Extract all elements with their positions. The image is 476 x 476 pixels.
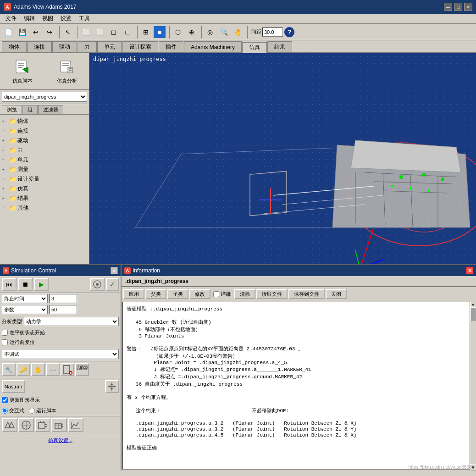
nastran-btn[interactable]: Nastran — [2, 380, 25, 393]
menu-file[interactable]: 文件 — [2, 14, 20, 23]
tree-item-connect[interactable]: + 📁 连接 — [2, 126, 87, 136]
tree-item-designvar[interactable]: + 📁 设计变量 — [2, 174, 87, 184]
sim-settings-link[interactable]: 仿真设置... — [0, 435, 121, 446]
tab-force[interactable]: 力 — [77, 41, 97, 52]
tb-btn3[interactable]: ◻ — [107, 26, 120, 39]
menu-settings[interactable]: 设置 — [57, 14, 75, 23]
info-save-btn[interactable]: 保存到文件 — [288, 289, 325, 299]
info-close-action-btn[interactable]: 关闭 — [326, 289, 347, 299]
sim-bottom-icon1[interactable] — [2, 418, 17, 432]
info-modify-btn[interactable]: 修改 — [189, 289, 210, 299]
model-select[interactable]: dipan_jingzhi_progress — [2, 92, 87, 102]
tb-select-btn[interactable]: ↖ — [61, 26, 74, 39]
maximize-btn[interactable]: □ — [454, 3, 462, 11]
tb-zoom-btn[interactable]: 🔍 — [217, 26, 230, 39]
tb-new-btn[interactable]: 📄 — [2, 26, 15, 39]
tb-save-btn[interactable]: 💾 — [16, 26, 28, 39]
pre-reset-check-input[interactable] — [2, 339, 8, 345]
tree-item-unit[interactable]: + 📁 单元 — [2, 155, 87, 165]
sub-tab-browse[interactable]: 浏览 — [2, 105, 22, 114]
steps-input[interactable] — [50, 305, 77, 314]
info-content-area[interactable]: 验证模型 :.dipan_jingzhi_progress 45 Grueble… — [122, 302, 475, 470]
sim-confirm-btn[interactable]: ✓ — [106, 278, 119, 291]
update-graphics-input[interactable] — [2, 397, 8, 403]
sim-stop-btn[interactable]: ⏹ — [18, 278, 33, 291]
debug-select[interactable]: 不调试 — [2, 349, 119, 359]
tab-unit[interactable]: 单元 — [97, 41, 122, 52]
sim-bottom-icon2[interactable] — [18, 418, 34, 432]
tree-item-measure[interactable]: + 📁 测量 — [2, 165, 87, 174]
tree-item-drive[interactable]: + 📁 驱动 — [2, 136, 87, 145]
3d-viewport[interactable]: dipan_jingzhi_progress — [89, 53, 476, 264]
steps-type-select[interactable]: 步数 — [2, 305, 48, 314]
detail-check-input[interactable] — [213, 291, 219, 297]
tree-item-results[interactable]: + 📁 结果 — [2, 194, 87, 203]
window-controls[interactable]: — □ ✕ — [444, 3, 472, 11]
menu-view[interactable]: 视图 — [39, 14, 57, 23]
info-scrollbar[interactable]: ▲ ▼ — [470, 301, 476, 470]
sim-bottom-icon5[interactable] — [68, 418, 83, 432]
sub-tab-group[interactable]: 组 — [22, 105, 38, 114]
mode-script-radio[interactable] — [29, 408, 35, 414]
tb-circle-btn[interactable]: ◎ — [204, 26, 216, 39]
tb-btn4[interactable]: ⊏ — [121, 26, 134, 39]
tb-redo-btn[interactable]: ↪ — [43, 26, 56, 39]
tree-item-sim[interactable]: + 📁 仿真 — [2, 184, 87, 194]
sim-tool-p-btn[interactable]: P — [61, 363, 74, 376]
tree-item-other[interactable]: + 📁 其他 — [2, 203, 87, 213]
info-clear-btn[interactable]: 清除 — [234, 289, 255, 299]
tb-group-btn[interactable]: ⊞ — [139, 26, 152, 39]
sim-bottom-icon4[interactable] — [51, 418, 67, 432]
sim-tool-key-btn[interactable]: 🔑 — [17, 363, 30, 376]
tb-help-btn[interactable]: ? — [284, 27, 295, 38]
analysis-type-select[interactable]: 动力学 静力学 运动学 — [24, 317, 119, 326]
tb-hand-btn[interactable]: 🤚 — [231, 26, 244, 39]
sim-tool-hand-btn[interactable]: ✋ — [31, 363, 45, 376]
sub-tab-filter[interactable]: 过滤器 — [38, 105, 63, 114]
close-btn[interactable]: ✕ — [464, 3, 472, 11]
info-parent-btn[interactable]: 父类 — [145, 289, 166, 299]
sim-tool-abcd-btn[interactable]: AB CD — [75, 363, 89, 376]
distance-input[interactable] — [262, 28, 283, 37]
tab-machinery[interactable]: Adams Machinery — [184, 41, 242, 52]
scrollbar-thumb[interactable] — [470, 307, 476, 321]
sim-analysis-icon[interactable]: 仿真分析 — [44, 53, 89, 89]
minimize-btn[interactable]: — — [444, 3, 452, 11]
sim-bottom-icon3[interactable] — [35, 418, 50, 432]
tb-btn1[interactable]: ⬜ — [80, 26, 93, 39]
scrollbar-up-btn[interactable]: ▲ — [470, 301, 476, 307]
tab-simulation[interactable]: 仿真 — [242, 42, 267, 53]
end-time-input[interactable] — [50, 294, 77, 303]
tb-undo-btn[interactable]: ↩ — [29, 26, 42, 39]
model-selector[interactable]: dipan_jingzhi_progress — [0, 90, 89, 104]
end-time-type-select[interactable]: 终止时间 — [2, 294, 48, 303]
tree-item-objects[interactable]: + 📁 物体 — [2, 116, 87, 126]
sim-rewind-btn[interactable]: ⏮ — [2, 278, 17, 291]
sim-play-btn[interactable]: ▶ — [34, 278, 49, 291]
menu-edit[interactable]: 编辑 — [20, 14, 39, 23]
tab-results[interactable]: 结果 — [267, 41, 292, 52]
sim-tool-dots-btn[interactable]: ⋯ — [46, 363, 60, 376]
tb-btn2[interactable]: ⬜ — [94, 26, 106, 39]
tab-connect[interactable]: 连接 — [27, 41, 52, 52]
equilibrium-check-input[interactable] — [2, 330, 8, 336]
tb-wire-btn[interactable]: ⬡ — [172, 26, 184, 39]
tab-objects[interactable]: 物体 — [2, 41, 27, 52]
sim-script-icon[interactable]: 仿真脚本 — [0, 53, 44, 89]
info-child-btn[interactable]: 子类 — [167, 289, 188, 299]
tb-blue-btn[interactable]: ■ — [153, 26, 166, 39]
info-apply-btn[interactable]: 应用 — [123, 289, 144, 299]
sim-panel-close-btn[interactable]: ✕ — [111, 267, 118, 274]
info-read-btn[interactable]: 读取文件 — [256, 289, 288, 299]
sim-config-icon-btn[interactable] — [90, 278, 105, 291]
menu-tools[interactable]: 工具 — [75, 14, 94, 23]
sim-tool-wrench-btn[interactable]: 🔧 — [2, 363, 16, 376]
tab-design[interactable]: 设计探索 — [122, 41, 158, 52]
sim-extra-icon-btn[interactable] — [105, 380, 119, 393]
tab-plugin[interactable]: 插件 — [159, 41, 183, 52]
debug-dropdown[interactable]: 不调试 — [2, 349, 119, 359]
tab-drive[interactable]: 驱动 — [52, 41, 77, 52]
mode-interactive-radio[interactable] — [2, 408, 8, 414]
tb-target-btn[interactable]: ⊕ — [185, 26, 198, 39]
info-panel-close-btn[interactable]: ✕ — [466, 267, 473, 274]
